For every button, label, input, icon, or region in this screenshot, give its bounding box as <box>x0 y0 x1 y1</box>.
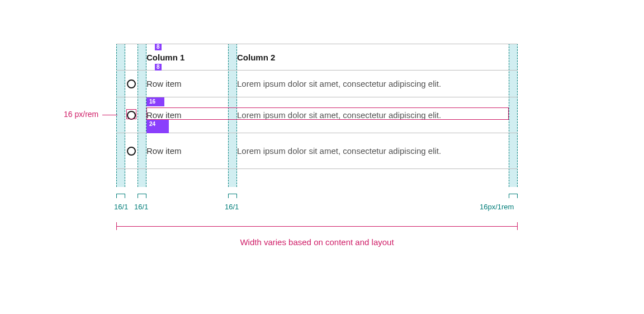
spacing-tag-row2-bottom: 24 <box>148 121 157 128</box>
table-row: Row item Lorem ipsum dolor sit amet, con… <box>116 71 518 97</box>
radio-button[interactable] <box>127 147 136 156</box>
spacing-tag-header-bottom: 8 <box>155 64 162 71</box>
spacing-tag-row2-top: 16 <box>148 99 157 105</box>
radio-button[interactable] <box>127 79 136 88</box>
width-bar-cap-right <box>517 222 518 230</box>
column-header-2: Column 2 <box>237 53 509 62</box>
width-varies-note: Width varies based on content and layout <box>116 237 518 247</box>
spacing-tag-header-top: 8 <box>155 44 162 50</box>
cell-col1: Row item <box>146 146 228 156</box>
dim-bracket-3 <box>228 194 237 198</box>
data-table-spec: Column 1 Column 2 Row item Lorem ipsum d… <box>116 44 518 169</box>
width-bar <box>116 226 518 227</box>
table-header-row: Column 1 Column 2 <box>116 44 518 71</box>
cell-col2: Lorem ipsum dolor sit amet, consectetur … <box>237 146 509 156</box>
column-header-1: Column 1 <box>146 53 228 62</box>
radio-size-callout: 16 px/rem <box>64 110 98 119</box>
row-content-outline <box>146 107 509 120</box>
cell-col1: Row item <box>146 79 228 88</box>
dim-label-1: 16/1 <box>114 203 128 211</box>
radio-size-box <box>126 109 136 119</box>
dim-bracket-2 <box>138 194 146 198</box>
dim-bracket-1 <box>116 194 125 198</box>
dim-label-4: 16px/1rem <box>480 203 514 211</box>
dim-label-3: 16/1 <box>225 203 239 211</box>
callout-leader-line <box>102 115 117 115</box>
table-row: Row item Lorem ipsum dolor sit amet, con… <box>116 133 518 169</box>
dim-label-2: 16/1 <box>134 203 148 211</box>
cell-col2: Lorem ipsum dolor sit amet, consectetur … <box>237 79 509 88</box>
dim-bracket-4 <box>509 194 518 198</box>
